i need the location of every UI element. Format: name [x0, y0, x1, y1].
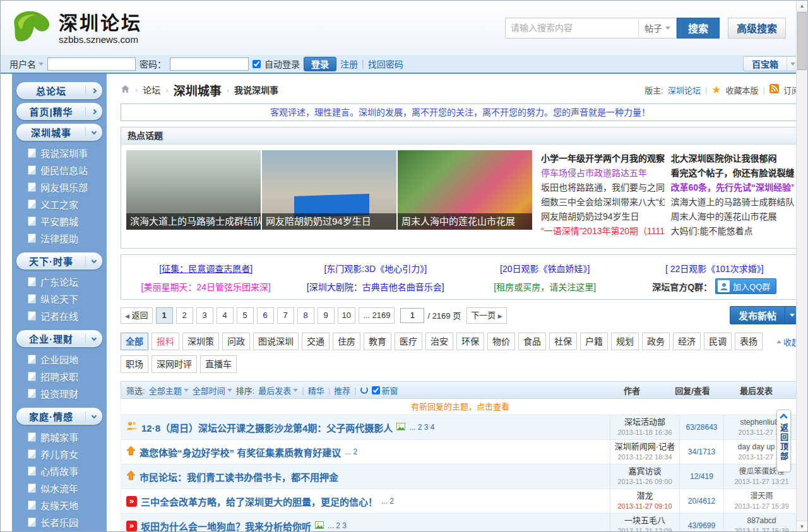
hot-link[interactable]: 看完这个帖子，你还有脸说裂缝是	[671, 166, 795, 180]
last-reply-date[interactable]: 2013-11-27 15:39	[734, 526, 788, 532]
search-button[interactable]: 搜索	[677, 18, 720, 38]
tab[interactable]: 问政	[222, 333, 250, 350]
thread-title[interactable]: 三中全会改革方略，给了深圳更大的胆量，更足的信心！	[141, 495, 377, 508]
new-post-button[interactable]: 发布新帖	[730, 306, 800, 324]
sidebar-section-business-finance[interactable]: 企业·理财	[16, 330, 102, 347]
hot-link[interactable]: 坂田也将路路通，我们要与之同甘	[541, 180, 665, 195]
announcement-link[interactable]: [ 22日观影《101次求婚》]	[630, 262, 800, 275]
hot-image-caption[interactable]: 周末人海中的莲花山市花展	[398, 213, 532, 230]
sidebar-item[interactable]: 鹏城家事	[12, 429, 107, 446]
treasure-box-button[interactable]: 百宝箱	[743, 56, 799, 71]
announcement-link[interactable]: [租房或买房，请关注这里]	[460, 280, 630, 293]
breadcrumb-board[interactable]: 我说深圳事	[234, 83, 278, 96]
login-button[interactable]: 登录	[304, 57, 336, 71]
scrollbar-thumb[interactable]	[797, 12, 807, 70]
page-button[interactable]: 10	[338, 307, 355, 324]
tab[interactable]: 交通	[302, 333, 330, 350]
sidebar-item[interactable]: 纵论天下	[12, 290, 107, 307]
hot-image-2[interactable]: 网友陪胡奶奶过94岁生日	[262, 150, 396, 230]
tab[interactable]: 教育	[364, 333, 391, 350]
thread-page-links[interactable]: ... 2	[381, 497, 394, 505]
sidebar-item[interactable]: 投资理财	[12, 385, 107, 402]
sidebar-item[interactable]: 企业园地	[12, 351, 107, 368]
sidebar-item[interactable]: 记者在线	[12, 307, 107, 324]
sidebar-item[interactable]: 养儿育女	[12, 446, 107, 463]
password-field[interactable]	[170, 57, 249, 71]
username-dropdown[interactable]: 用户名	[9, 57, 44, 70]
tab[interactable]: 治安	[425, 333, 453, 350]
thread-title[interactable]: 市民论坛：我们青工读书办借书卡，都不用押金	[140, 470, 338, 483]
thread-page-links[interactable]: ... 2 3 4	[409, 423, 434, 432]
hot-image-caption[interactable]: 网友陪胡奶奶过94岁生日	[262, 213, 396, 230]
tab[interactable]: 表扬	[735, 333, 763, 350]
page-button[interactable]: 4	[217, 307, 234, 324]
page-button[interactable]: 8	[297, 307, 314, 324]
thread-author[interactable]: 深坛活动部	[624, 417, 665, 428]
breadcrumb-category[interactable]: 深圳城事	[174, 81, 222, 98]
site-logo[interactable]: 深圳论坛 szbbs.sznews.com	[9, 8, 142, 47]
tab[interactable]: 经济	[673, 333, 701, 350]
filter-type-dropdown[interactable]: 全部主题	[149, 384, 189, 396]
hot-link[interactable]: 网友陪胡奶奶过94岁生日	[541, 210, 665, 224]
scrollbar[interactable]: ▲ ▼	[796, 1, 807, 531]
sidebar-section-family-emotion[interactable]: 家庭·情感	[16, 408, 102, 425]
hot-image-1[interactable]: 滨海大道上的马路骑士成群结队英	[126, 150, 261, 230]
thread-title[interactable]: 坂田为什么会一地狗血？我来分析给你听	[141, 519, 311, 532]
tab[interactable]: 民调	[704, 333, 732, 350]
refresh-icon[interactable]	[360, 386, 368, 394]
thread-title[interactable]: 邀您体验“身边好学校” 有奖征集素质教育好建议	[140, 446, 341, 459]
sidebar-section-current-affairs[interactable]: 天下·时事	[16, 252, 102, 269]
hot-link[interactable]: 细数三中全会给深圳带来八大“红	[541, 195, 665, 210]
page-button[interactable]: 3	[196, 307, 213, 324]
sidebar-item[interactable]: 广东论坛	[12, 273, 107, 290]
username-field[interactable]	[47, 57, 136, 71]
page-button[interactable]: 5	[237, 307, 254, 324]
join-qq-group-button[interactable]: 加入QQ群	[715, 278, 776, 294]
tab[interactable]: 规划	[611, 333, 639, 350]
announcement-link[interactable]: [20日观影《铁血娇娃》]	[460, 262, 630, 275]
sidebar-item[interactable]: 招聘求职	[12, 368, 107, 385]
recommend-link[interactable]: 推荐	[334, 384, 350, 396]
sidebar-item[interactable]: 心情故事	[12, 463, 107, 480]
hot-link[interactable]: 周末人海中的莲花山市花展	[671, 210, 795, 224]
thread-author[interactable]: 深圳新闻网·记者	[615, 442, 675, 452]
auto-login-checkbox[interactable]	[252, 60, 261, 68]
digest-link[interactable]: 精华	[308, 384, 324, 396]
new-replies-notice[interactable]: 有新回复的主题，点击查看	[121, 399, 799, 415]
thread-author[interactable]: 一块五毛八	[624, 516, 665, 526]
tab[interactable]: 职场	[121, 355, 148, 373]
hot-link[interactable]: 停车场侵占市政道路达五年	[541, 166, 665, 180]
tab[interactable]: 环保	[456, 333, 484, 350]
sidebar-item[interactable]: 长者乐园	[12, 514, 107, 531]
thread-title[interactable]: 12·8（周日）深坛公开课之摄影沙龙第4期：父子两代摄影人	[141, 421, 393, 434]
home-icon[interactable]	[121, 85, 130, 95]
thread-author[interactable]: 潜龙	[636, 491, 653, 502]
hot-image-3[interactable]: 周末人海中的莲花山市花展	[398, 150, 532, 230]
tab[interactable]: 政务	[642, 333, 670, 350]
hot-link[interactable]: 大妈们:能不能悠着点	[671, 224, 795, 239]
announcement-link[interactable]: [美丽星期天：24日管弦乐团来深]	[121, 280, 291, 293]
tab[interactable]: 医疗	[395, 333, 422, 350]
tab[interactable]: 深圳策	[182, 333, 219, 350]
sidebar-item[interactable]: 法律援助	[12, 230, 107, 247]
sidebar-item[interactable]: 友缘天地	[12, 497, 107, 514]
sidebar-item[interactable]: 我说深圳事	[12, 145, 107, 162]
announcement-link[interactable]: [征集：民意调查志愿者]	[121, 262, 291, 275]
sidebar-item[interactable]: 似水流年	[12, 480, 107, 497]
moderator-link[interactable]: 深圳论坛	[668, 84, 701, 96]
advanced-search-button[interactable]: 高级搜索	[728, 18, 786, 38]
hot-link[interactable]: “一语深情”2013年第20期（1111-	[541, 224, 665, 239]
thread-author[interactable]: 嘉宾访谈	[628, 466, 661, 477]
filter-time-dropdown[interactable]: 全部时间	[193, 384, 232, 396]
hot-link[interactable]: 小学一年级开学两个月我的观察、	[541, 151, 665, 166]
last-reply-date[interactable]: 2013-11-27 13:21	[734, 477, 788, 486]
tab[interactable]: 图说深圳	[253, 333, 299, 350]
register-link[interactable]: 注册	[340, 57, 358, 70]
search-scope-dropdown[interactable]: 帖子	[638, 18, 676, 38]
thread-page-links[interactable]: ... 2	[345, 447, 357, 456]
tab[interactable]: 户籍	[580, 333, 608, 350]
sidebar-item-home-digest[interactable]: 首页|精华	[16, 103, 102, 120]
back-button[interactable]: ◀ 返回	[121, 307, 153, 324]
last-reply-user[interactable]: 887abcd	[747, 516, 776, 526]
order-dropdown[interactable]: 最后发表	[258, 384, 298, 396]
